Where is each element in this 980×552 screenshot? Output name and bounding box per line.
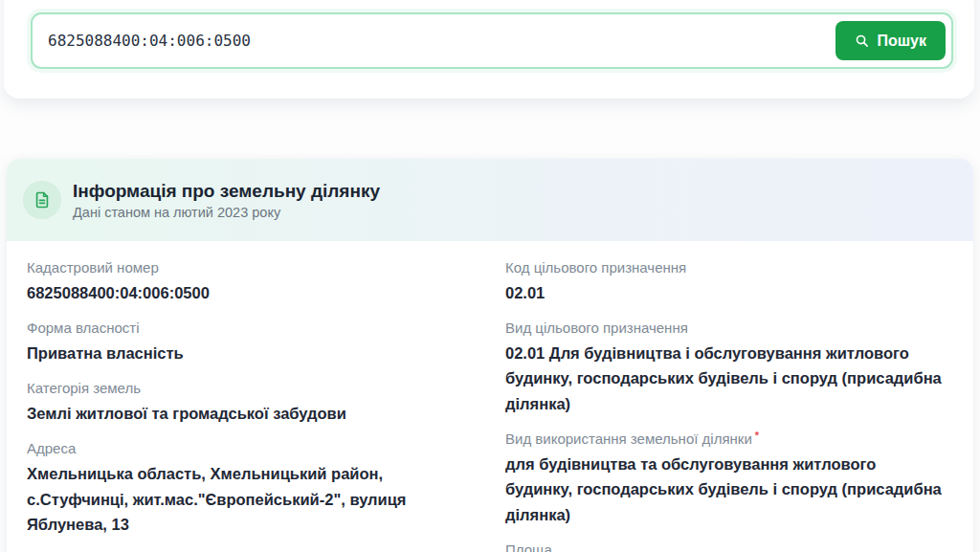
left-column: Кадастровий номер 6825088400:04:006:0500…: [27, 257, 479, 552]
search-input[interactable]: [33, 32, 835, 50]
field-land-category: Категорія земель Землі житлової та грома…: [27, 378, 479, 426]
search-button[interactable]: Пошук: [835, 21, 946, 60]
search-card: Пошук: [4, 0, 974, 99]
required-asterisk: *: [755, 430, 759, 441]
field-label: Код цільового призначення: [505, 257, 947, 278]
field-land-use-type: Вид використання земельної ділянки* для …: [505, 429, 947, 527]
field-value: 6825088400:04:006:0500: [27, 280, 479, 305]
data-as-of-subtitle: Дані станом на лютий 2023 року: [73, 205, 380, 220]
search-button-label: Пошук: [877, 33, 926, 50]
field-purpose-code: Код цільового призначення 02.01: [505, 257, 947, 305]
field-ownership-form: Форма власності Приватна власність: [27, 318, 479, 365]
field-label: Вид використання земельної ділянки*: [505, 429, 947, 450]
land-plot-info-card: Інформація про земельну ділянку Дані ста…: [7, 159, 973, 552]
field-value: для будівництва та обслуговування житлов…: [505, 452, 947, 527]
field-cadastral-number: Кадастровий номер 6825088400:04:006:0500: [27, 257, 479, 305]
field-label: Форма власності: [27, 318, 479, 339]
field-value: 02.01 Для будівництва і обслуговування ж…: [505, 341, 947, 416]
field-label: Кадастровий номер: [27, 257, 479, 278]
field-address: Адреса Хмельницька область, Хмельницький…: [27, 438, 479, 537]
field-value: 02.01: [505, 280, 947, 305]
field-value: Приватна власність: [27, 341, 479, 365]
field-value: Хмельницька область, Хмельницький район,…: [27, 461, 479, 537]
info-card-header: Інформація про земельну ділянку Дані ста…: [7, 159, 973, 241]
page-title: Інформація про земельну ділянку: [73, 180, 380, 203]
field-label: Адреса: [27, 438, 479, 459]
field-purpose-type: Вид цільового призначення 02.01 Для буді…: [505, 318, 947, 416]
field-label: Вид цільового призначення: [505, 318, 947, 339]
cadastral-search-field[interactable]: Пошук: [31, 12, 953, 69]
right-column: Код цільового призначення 02.01 Вид ціль…: [505, 257, 947, 552]
document-icon: [23, 181, 61, 219]
info-card-body: Кадастровий номер 6825088400:04:006:0500…: [7, 241, 973, 552]
search-icon: [855, 33, 869, 48]
field-value: Землі житлової та громадської забудови: [27, 401, 479, 426]
field-area: Площа 0.1196 га: [505, 540, 947, 552]
field-label: Категорія земель: [27, 378, 479, 399]
field-label: Площа: [505, 540, 947, 552]
